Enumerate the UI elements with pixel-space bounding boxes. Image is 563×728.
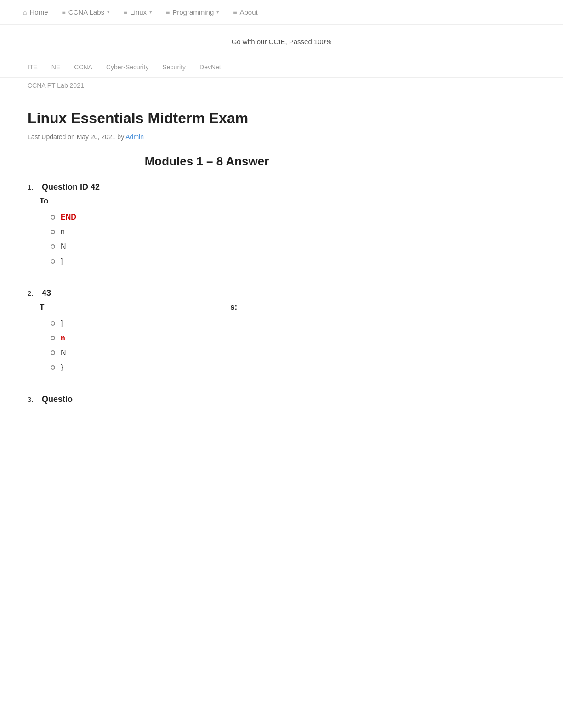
nav-linux-label: Linux xyxy=(130,8,147,16)
question-1-number: 1. xyxy=(28,183,39,191)
nav-programming[interactable]: ≡ Programming ▾ xyxy=(166,8,219,16)
answer-2-3: N xyxy=(51,349,386,357)
answer-2-4: } xyxy=(51,363,386,372)
bullet-icon-2-2 xyxy=(51,336,55,340)
secondary-nav-ccna-pt-lab[interactable]: CCNA PT Lab 2021 xyxy=(28,80,98,96)
answer-text-1-2: n xyxy=(61,228,65,236)
answer-1-4: ] xyxy=(51,257,386,265)
answer-2-2: n xyxy=(51,334,386,342)
nav-home[interactable]: ⌂ Home xyxy=(23,8,48,16)
question-2-header: 2. 43 xyxy=(28,288,386,298)
chevron-down-icon-linux: ▾ xyxy=(149,9,152,15)
question-3-id: Questio xyxy=(42,395,73,404)
question-1-answers: END n N ] xyxy=(51,213,386,265)
menu-icon-ccna: ≡ xyxy=(62,9,65,16)
meta-text: Last Updated on May 20, 2021 by xyxy=(28,133,124,141)
question-2-text-suffix: s: xyxy=(230,303,237,311)
secondary-nav: ITE NE CCNA Cyber-Security Security DevN… xyxy=(0,55,563,78)
answer-1-3: N xyxy=(51,243,386,251)
bullet-icon-2-3 xyxy=(51,350,55,355)
question-item-3: 3. Questio xyxy=(28,395,386,404)
secondary-nav-devnet[interactable]: DevNet xyxy=(199,62,235,77)
main-nav: ⌂ Home ≡ CCNA Labs ▾ ≡ Linux ▾ ≡ Program… xyxy=(0,0,563,25)
nav-home-label: Home xyxy=(29,8,48,16)
question-1-header: 1. Question ID 42 xyxy=(28,182,386,192)
nav-programming-label: Programming xyxy=(172,8,214,16)
question-2-number: 2. xyxy=(28,289,39,297)
secondary-nav-ccna[interactable]: CCNA xyxy=(74,62,106,77)
section-heading: Modules 1 – 8 Answer xyxy=(28,154,386,169)
bullet-icon-2-4 xyxy=(51,365,55,370)
nav-linux[interactable]: ≡ Linux ▾ xyxy=(124,8,152,16)
answer-text-1-1: END xyxy=(61,213,76,221)
banner-text: Go with our CCIE, Passed 100% xyxy=(232,38,332,45)
banner: Go with our CCIE, Passed 100% xyxy=(0,25,563,55)
answer-text-2-4: } xyxy=(61,363,63,372)
chevron-down-icon-ccna: ▾ xyxy=(107,9,110,15)
nav-about-label: About xyxy=(239,8,257,16)
question-2-answers: ] n N } xyxy=(51,319,386,372)
bullet-icon-1-4 xyxy=(51,259,55,264)
question-2-text: T s: xyxy=(40,303,386,312)
nav-ccna-labs[interactable]: ≡ CCNA Labs ▾ xyxy=(62,8,110,16)
secondary-nav-ne[interactable]: NE xyxy=(51,62,74,77)
bullet-icon-1-2 xyxy=(51,230,55,234)
answer-text-1-4: ] xyxy=(61,257,63,265)
menu-icon-linux: ≡ xyxy=(124,9,127,16)
answer-text-2-2: n xyxy=(61,334,65,342)
question-item-2: 2. 43 T s: ] n N xyxy=(28,288,386,372)
question-list: 1. Question ID 42 To END n N xyxy=(28,182,386,404)
answer-text-1-3: N xyxy=(61,243,66,251)
bullet-icon-2-1 xyxy=(51,321,55,326)
question-1-text: To xyxy=(40,197,386,206)
question-item-1: 1. Question ID 42 To END n N xyxy=(28,182,386,265)
home-icon: ⌂ xyxy=(23,9,27,16)
menu-icon-programming: ≡ xyxy=(166,9,170,16)
answer-1-1: END xyxy=(51,213,386,221)
meta-line: Last Updated on May 20, 2021 by Admin xyxy=(28,133,386,141)
answer-text-2-1: ] xyxy=(61,319,63,327)
nav-ccna-labs-label: CCNA Labs xyxy=(68,8,104,16)
bullet-icon-1-3 xyxy=(51,244,55,249)
answer-text-2-3: N xyxy=(61,349,66,357)
chevron-down-icon-programming: ▾ xyxy=(216,9,219,15)
bullet-icon-1-1 xyxy=(51,215,55,220)
question-3-header: 3. Questio xyxy=(28,395,386,404)
main-content: Linux Essentials Midterm Exam Last Updat… xyxy=(0,96,414,455)
secondary-nav-cyber-security[interactable]: Cyber-Security xyxy=(106,62,163,77)
nav-about[interactable]: ≡ About xyxy=(233,8,257,16)
menu-icon-about: ≡ xyxy=(233,9,237,16)
answer-2-1: ] xyxy=(51,319,386,327)
question-2-text-start: T xyxy=(40,303,44,311)
meta-author-link[interactable]: Admin xyxy=(125,133,144,141)
question-1-id: Question ID 42 xyxy=(42,182,100,192)
question-2-id: 43 xyxy=(42,288,51,298)
secondary-nav-security[interactable]: Security xyxy=(163,62,200,77)
answer-1-2: n xyxy=(51,228,386,236)
secondary-nav-row2: CCNA PT Lab 2021 xyxy=(0,78,563,96)
page-title: Linux Essentials Midterm Exam xyxy=(28,110,386,127)
question-3-number: 3. xyxy=(28,395,39,403)
secondary-nav-ite[interactable]: ITE xyxy=(28,62,51,77)
